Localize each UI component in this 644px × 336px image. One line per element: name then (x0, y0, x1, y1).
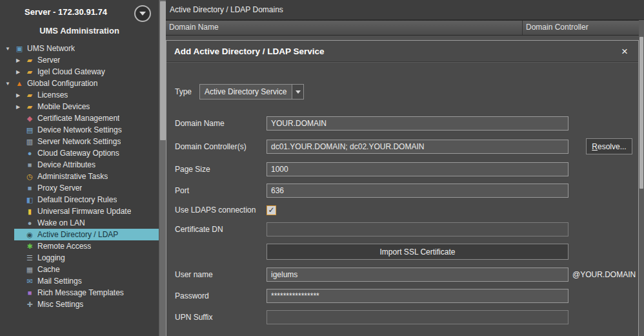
expander-closed-icon[interactable]: ▶ (14, 92, 22, 98)
sidebar-item-server-network-settings[interactable]: ▥Server Network Settings (0, 136, 159, 147)
sidebar-item-remote-access[interactable]: ✱Remote Access (0, 240, 159, 252)
tree-row-content: ▮Universal Firmware Update (14, 205, 159, 217)
network-icon: ▣ (15, 45, 24, 52)
upn-suffix-input[interactable] (267, 310, 569, 324)
form-row-import-ssl: Import SSL Certificate (175, 244, 638, 260)
user-name-input[interactable] (267, 268, 569, 282)
sidebar-item-global-configuration[interactable]: ▼▲Global Configuration (0, 78, 159, 89)
type-label: Type (175, 87, 199, 96)
form-row-domain-name: Domain Name (175, 116, 638, 131)
domain-name-input[interactable] (267, 116, 569, 131)
sidebar: Server - 172.30.91.74 UMS Administration… (0, 0, 159, 336)
resolve-button[interactable]: Resolve... (586, 138, 632, 154)
tree-row-content: ▶▰Server (14, 54, 159, 66)
column-header-domain-name[interactable]: Domain Name (166, 21, 523, 35)
cloud-gateway-icon: ● (25, 150, 34, 157)
sidebar-item-default-directory-rules[interactable]: ◧Default Directory Rules (0, 194, 159, 205)
sidebar-item-mail-settings[interactable]: ✉Mail Settings (0, 275, 159, 287)
folder-icon: ▰ (25, 68, 34, 76)
remote-access-icon: ✱ (25, 243, 34, 250)
domain-controllers-input[interactable] (267, 140, 569, 154)
folder-icon: ▰ (25, 92, 34, 99)
tree-row-content: ◆Certificate Management (14, 112, 159, 124)
sidebar-item-mobile-devices[interactable]: ▶▰Mobile Devices (0, 101, 159, 112)
sidebar-item-licenses[interactable]: ▶▰Licenses (0, 89, 159, 101)
certificate-dn-input[interactable] (267, 222, 569, 236)
dropdown-arrow-button[interactable] (292, 85, 303, 99)
password-input[interactable] (267, 289, 569, 303)
certificate-icon: ◆ (25, 115, 34, 122)
expander-open-icon[interactable]: ▼ (4, 81, 12, 87)
type-select[interactable]: Active Directory Service (199, 84, 304, 100)
sidebar-item-label: Mail Settings (37, 277, 82, 286)
navigation-tree: ▼▣UMS Network▶▰Server▶▰Igel Cloud Gatewa… (0, 43, 159, 310)
misc-settings-icon: ✚ (25, 301, 34, 308)
expander-open-icon[interactable]: ▼ (4, 46, 12, 52)
add-ldap-service-dialog: Add Active Directory / LDAP Service × Ty… (166, 40, 639, 336)
sidebar-item-label: UMS Network (27, 44, 75, 53)
form-row-user-name: User name @YOUR.DOMAIN (175, 268, 638, 282)
sidebar-item-proxy-server[interactable]: ■Proxy Server (0, 182, 159, 194)
domains-table-header: Domain Name Domain Controller (166, 20, 644, 36)
tree-indent (0, 89, 14, 101)
tree-row-content: ▤Device Network Settings (14, 124, 159, 136)
sidebar-item-label: Cache (37, 265, 60, 274)
expander-closed-icon[interactable]: ▶ (14, 69, 22, 75)
sidebar-item-administrative-tasks[interactable]: ◷Administrative Tasks (0, 171, 159, 182)
sidebar-item-wake-on-lan[interactable]: ●Wake on LAN (0, 217, 159, 229)
sidebar-item-device-attributes[interactable]: ■Device Attributes (0, 159, 159, 171)
sidebar-item-igel-cloud-gateway[interactable]: ▶▰Igel Cloud Gateway (0, 66, 159, 78)
sidebar-item-label: Wake on LAN (37, 218, 85, 227)
sidebar-item-active-directory-ldap[interactable]: ◉Active Directory / LDAP (0, 229, 159, 240)
expander-closed-icon[interactable]: ▶ (14, 58, 22, 63)
sidebar-item-certificate-management[interactable]: ◆Certificate Management (0, 112, 159, 124)
tree-indent (0, 205, 14, 217)
column-header-domain-controller[interactable]: Domain Controller (523, 21, 644, 35)
page-size-input[interactable] (267, 162, 569, 176)
sidebar-item-label: Universal Firmware Update (37, 207, 131, 216)
tree-indent (0, 287, 14, 299)
tree-indent (0, 54, 14, 66)
sidebar-item-logging[interactable]: ☰Logging (0, 252, 159, 264)
domain-name-label: Domain Name (175, 119, 267, 128)
directory-rules-icon: ◧ (25, 196, 34, 204)
tree-row-content: ▶▰Licenses (14, 89, 159, 101)
server-selector-button[interactable] (134, 5, 151, 22)
sidebar-item-server[interactable]: ▶▰Server (0, 54, 159, 66)
main-scrollbar-thumb[interactable] (639, 37, 643, 189)
form-row-type: Type Active Directory Service (175, 84, 638, 100)
sidebar-item-ums-network[interactable]: ▼▣UMS Network (0, 43, 159, 54)
content-title: Active Directory / LDAP Domains (166, 0, 644, 20)
sidebar-scrollbar-thumb[interactable] (160, 1, 166, 140)
tree-row-content: ●Cloud Gateway Options (14, 147, 159, 159)
sidebar-item-cache[interactable]: ▦Cache (0, 264, 159, 275)
sidebar-item-misc-settings[interactable]: ✚Misc Settings (0, 299, 159, 310)
port-input[interactable] (267, 184, 569, 198)
tree-row-content: ✚Misc Settings (14, 299, 159, 310)
form-row-upn-suffix: UPN Suffix (175, 310, 638, 324)
close-icon[interactable]: × (619, 45, 630, 58)
sidebar-item-cloud-gateway-options[interactable]: ●Cloud Gateway Options (0, 147, 159, 159)
import-ssl-certificate-button[interactable]: Import SSL Certificate (267, 244, 569, 260)
tree-indent (0, 252, 14, 264)
tree-row-content: ▼▣UMS Network (4, 43, 159, 54)
ldaps-checkbox[interactable]: ✓ (267, 205, 276, 215)
form-row-page-size: Page Size (175, 162, 638, 176)
expander-closed-icon[interactable]: ▶ (14, 104, 22, 110)
sidebar-item-label: Device Attributes (37, 160, 96, 169)
type-selected-value: Active Directory Service (200, 87, 292, 96)
sidebar-item-label: Rich Message Templates (37, 288, 124, 297)
dialog-body: Type Active Directory Service Domain Nam… (166, 62, 638, 324)
sidebar-item-rich-message-templates[interactable]: ■Rich Message Templates (0, 287, 159, 299)
sidebar-item-device-network-settings[interactable]: ▤Device Network Settings (0, 124, 159, 136)
sidebar-item-universal-firmware-update[interactable]: ▮Universal Firmware Update (0, 205, 159, 217)
global-config-icon: ▲ (15, 80, 24, 87)
sidebar-item-label: Server Network Settings (37, 137, 121, 146)
main-scrollbar[interactable] (639, 20, 644, 336)
chevron-down-icon (139, 12, 146, 16)
form-row-password: Password (175, 289, 638, 303)
logging-icon: ☰ (25, 255, 34, 262)
tree-row-content: ◧Default Directory Rules (14, 194, 159, 205)
folder-icon: ▰ (25, 103, 34, 110)
tree-indent (0, 147, 14, 159)
